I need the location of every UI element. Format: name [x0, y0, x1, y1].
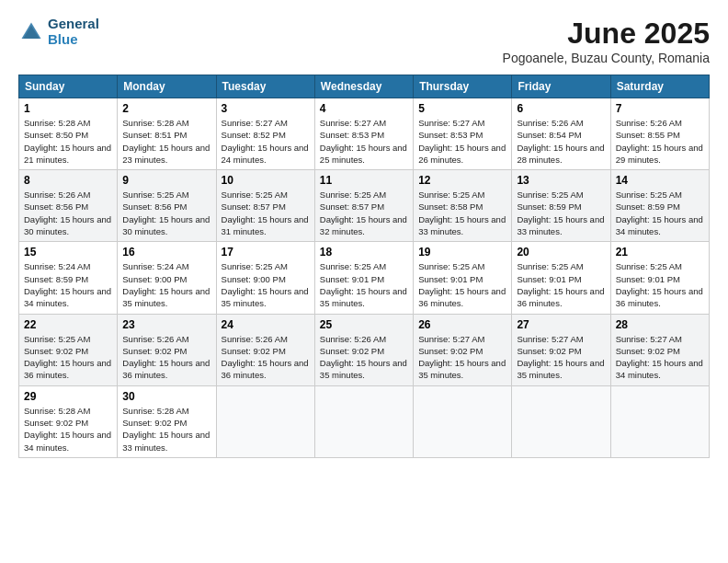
table-row: 17 Sunrise: 5:25 AM Sunset: 9:00 PM Dayl… — [216, 242, 314, 314]
table-row: 27 Sunrise: 5:27 AM Sunset: 9:02 PM Dayl… — [512, 314, 610, 385]
day-number: 5 — [418, 102, 506, 115]
col-sunday: Sunday — [19, 75, 118, 98]
day-number: 9 — [122, 174, 210, 187]
col-thursday: Thursday — [414, 75, 512, 98]
header: General Blue June 2025 Pogoanele, Buzau … — [18, 17, 710, 65]
day-info: Sunrise: 5:27 AM Sunset: 8:52 PM Dayligh… — [222, 117, 310, 166]
day-info: Sunrise: 5:26 AM Sunset: 8:54 PM Dayligh… — [517, 117, 605, 166]
day-info: Sunrise: 5:25 AM Sunset: 9:01 PM Dayligh… — [616, 260, 704, 309]
table-row: 23 Sunrise: 5:26 AM Sunset: 9:02 PM Dayl… — [118, 314, 216, 385]
table-row: 8 Sunrise: 5:26 AM Sunset: 8:56 PM Dayli… — [19, 170, 118, 242]
day-number: 30 — [122, 390, 210, 403]
day-number: 24 — [222, 318, 310, 331]
day-info: Sunrise: 5:25 AM Sunset: 8:58 PM Dayligh… — [418, 189, 506, 237]
table-row: 22 Sunrise: 5:25 AM Sunset: 9:02 PM Dayl… — [19, 314, 118, 385]
table-row: 7 Sunrise: 5:26 AM Sunset: 8:55 PM Dayli… — [610, 98, 709, 170]
table-row: 10 Sunrise: 5:25 AM Sunset: 8:57 PM Dayl… — [216, 170, 314, 242]
day-info: Sunrise: 5:25 AM Sunset: 9:01 PM Dayligh… — [517, 260, 605, 309]
table-row: 20 Sunrise: 5:25 AM Sunset: 9:01 PM Dayl… — [512, 242, 610, 314]
table-row: 16 Sunrise: 5:24 AM Sunset: 9:00 PM Dayl… — [118, 242, 216, 314]
logo-icon — [18, 19, 44, 45]
col-tuesday: Tuesday — [216, 75, 314, 98]
table-row: 1 Sunrise: 5:28 AM Sunset: 8:50 PM Dayli… — [19, 98, 118, 170]
col-wednesday: Wednesday — [314, 75, 413, 98]
day-info: Sunrise: 5:28 AM Sunset: 8:51 PM Dayligh… — [122, 117, 210, 166]
day-info: Sunrise: 5:26 AM Sunset: 9:02 PM Dayligh… — [222, 333, 310, 382]
calendar-table: Sunday Monday Tuesday Wednesday Thursday… — [18, 75, 710, 458]
table-row — [314, 385, 413, 457]
logo-text: General Blue — [48, 17, 99, 47]
table-row: 12 Sunrise: 5:25 AM Sunset: 8:58 PM Dayl… — [414, 170, 512, 242]
table-row: 13 Sunrise: 5:25 AM Sunset: 8:59 PM Dayl… — [512, 170, 610, 242]
title-block: June 2025 Pogoanele, Buzau County, Roman… — [503, 17, 710, 65]
day-info: Sunrise: 5:25 AM Sunset: 8:57 PM Dayligh… — [320, 189, 408, 237]
col-monday: Monday — [118, 75, 216, 98]
table-row: 26 Sunrise: 5:27 AM Sunset: 9:02 PM Dayl… — [414, 314, 512, 385]
day-info: Sunrise: 5:27 AM Sunset: 8:53 PM Dayligh… — [418, 117, 506, 166]
day-info: Sunrise: 5:26 AM Sunset: 8:56 PM Dayligh… — [24, 189, 112, 237]
table-row: 28 Sunrise: 5:27 AM Sunset: 9:02 PM Dayl… — [610, 314, 709, 385]
day-number: 25 — [320, 318, 408, 331]
day-info: Sunrise: 5:28 AM Sunset: 9:02 PM Dayligh… — [24, 405, 112, 454]
table-row: 19 Sunrise: 5:25 AM Sunset: 9:01 PM Dayl… — [414, 242, 512, 314]
day-number: 21 — [616, 246, 704, 259]
day-number: 11 — [320, 174, 408, 187]
table-row: 21 Sunrise: 5:25 AM Sunset: 9:01 PM Dayl… — [610, 242, 709, 314]
day-number: 8 — [24, 174, 112, 187]
day-number: 20 — [517, 246, 605, 259]
day-info: Sunrise: 5:28 AM Sunset: 8:50 PM Dayligh… — [24, 117, 112, 166]
day-info: Sunrise: 5:25 AM Sunset: 9:02 PM Dayligh… — [24, 333, 112, 382]
day-info: Sunrise: 5:26 AM Sunset: 8:55 PM Dayligh… — [616, 117, 704, 166]
table-row: 2 Sunrise: 5:28 AM Sunset: 8:51 PM Dayli… — [118, 98, 216, 170]
day-number: 6 — [517, 102, 605, 115]
day-number: 12 — [418, 174, 506, 187]
day-number: 14 — [616, 174, 704, 187]
col-saturday: Saturday — [610, 75, 709, 98]
day-info: Sunrise: 5:25 AM Sunset: 9:00 PM Dayligh… — [222, 260, 310, 309]
table-row: 11 Sunrise: 5:25 AM Sunset: 8:57 PM Dayl… — [314, 170, 413, 242]
table-row: 9 Sunrise: 5:25 AM Sunset: 8:56 PM Dayli… — [118, 170, 216, 242]
day-number: 16 — [122, 246, 210, 259]
table-row: 4 Sunrise: 5:27 AM Sunset: 8:53 PM Dayli… — [314, 98, 413, 170]
month-title: June 2025 — [503, 17, 710, 51]
subtitle: Pogoanele, Buzau County, Romania — [503, 51, 710, 65]
table-row: 24 Sunrise: 5:26 AM Sunset: 9:02 PM Dayl… — [216, 314, 314, 385]
day-number: 10 — [222, 174, 310, 187]
day-info: Sunrise: 5:25 AM Sunset: 8:59 PM Dayligh… — [616, 189, 704, 237]
table-row — [610, 385, 709, 457]
day-info: Sunrise: 5:27 AM Sunset: 8:53 PM Dayligh… — [320, 117, 408, 166]
table-row — [512, 385, 610, 457]
table-row: 29 Sunrise: 5:28 AM Sunset: 9:02 PM Dayl… — [19, 385, 118, 457]
day-number: 1 — [24, 102, 112, 115]
table-row: 5 Sunrise: 5:27 AM Sunset: 8:53 PM Dayli… — [414, 98, 512, 170]
day-info: Sunrise: 5:25 AM Sunset: 9:01 PM Dayligh… — [418, 260, 506, 309]
table-row: 14 Sunrise: 5:25 AM Sunset: 8:59 PM Dayl… — [610, 170, 709, 242]
day-number: 26 — [418, 318, 506, 331]
day-info: Sunrise: 5:25 AM Sunset: 8:56 PM Dayligh… — [122, 189, 210, 237]
day-number: 15 — [24, 246, 112, 259]
day-number: 22 — [24, 318, 112, 331]
table-row: 18 Sunrise: 5:25 AM Sunset: 9:01 PM Dayl… — [314, 242, 413, 314]
day-number: 18 — [320, 246, 408, 259]
day-number: 13 — [517, 174, 605, 187]
day-number: 28 — [616, 318, 704, 331]
col-friday: Friday — [512, 75, 610, 98]
day-info: Sunrise: 5:27 AM Sunset: 9:02 PM Dayligh… — [616, 333, 704, 382]
day-info: Sunrise: 5:28 AM Sunset: 9:02 PM Dayligh… — [122, 405, 210, 454]
day-info: Sunrise: 5:24 AM Sunset: 9:00 PM Dayligh… — [122, 260, 210, 309]
day-number: 29 — [24, 390, 112, 403]
day-number: 23 — [122, 318, 210, 331]
day-number: 17 — [222, 246, 310, 259]
logo: General Blue — [18, 17, 99, 47]
day-info: Sunrise: 5:25 AM Sunset: 8:57 PM Dayligh… — [222, 189, 310, 237]
day-info: Sunrise: 5:24 AM Sunset: 8:59 PM Dayligh… — [24, 260, 112, 309]
table-row: 25 Sunrise: 5:26 AM Sunset: 9:02 PM Dayl… — [314, 314, 413, 385]
day-number: 7 — [616, 102, 704, 115]
day-number: 3 — [222, 102, 310, 115]
day-info: Sunrise: 5:26 AM Sunset: 9:02 PM Dayligh… — [122, 333, 210, 382]
day-number: 4 — [320, 102, 408, 115]
day-info: Sunrise: 5:25 AM Sunset: 9:01 PM Dayligh… — [320, 260, 408, 309]
day-info: Sunrise: 5:26 AM Sunset: 9:02 PM Dayligh… — [320, 333, 408, 382]
table-row — [216, 385, 314, 457]
day-number: 2 — [122, 102, 210, 115]
